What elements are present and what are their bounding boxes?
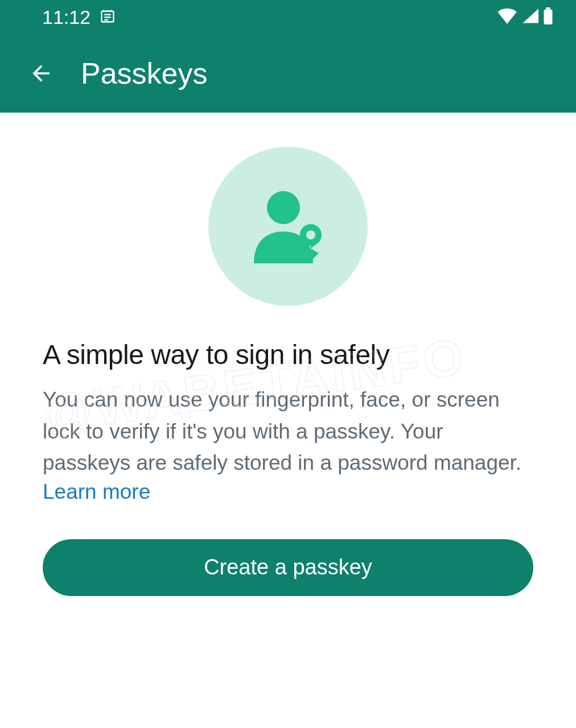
- main-content: A simple way to sign in safely You can n…: [0, 113, 576, 596]
- svg-rect-5: [544, 10, 553, 24]
- svg-point-8: [306, 230, 315, 239]
- header-bar: 11:12: [0, 0, 576, 113]
- appbar: Passkeys: [0, 34, 576, 113]
- page-title: Passkeys: [81, 56, 208, 90]
- person-key-icon: [242, 183, 334, 270]
- status-left: 11:12: [42, 6, 116, 28]
- body-text: You can now use your fingerprint, face, …: [43, 384, 533, 479]
- status-time: 11:12: [42, 6, 90, 28]
- svg-rect-4: [546, 7, 550, 10]
- create-passkey-button[interactable]: Create a passkey: [43, 539, 533, 596]
- learn-more-link[interactable]: Learn more: [43, 480, 150, 504]
- back-arrow-icon[interactable]: [28, 61, 54, 86]
- hero-illustration: [208, 147, 368, 306]
- status-bar: 11:12: [0, 0, 576, 34]
- heading: A simple way to sign in safely: [43, 339, 389, 370]
- status-right: [497, 7, 553, 27]
- battery-icon: [543, 7, 553, 27]
- news-icon: [100, 8, 116, 26]
- cellular-icon: [521, 9, 538, 26]
- svg-point-6: [267, 191, 300, 224]
- wifi-icon: [497, 8, 517, 26]
